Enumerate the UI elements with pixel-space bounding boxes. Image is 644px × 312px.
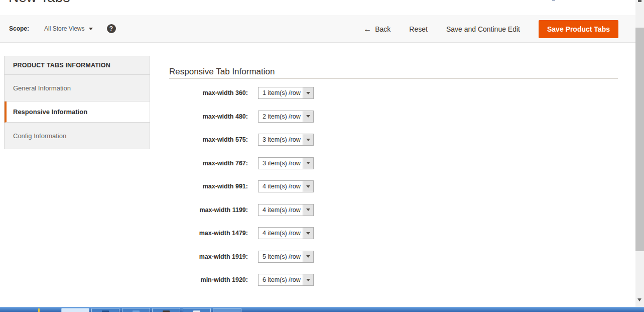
responsive-fields: max-width 360: 1 item(s) /row max-width … (169, 87, 314, 297)
select-value: 4 item(s) /row (259, 181, 303, 192)
field-label: max-width 480: (169, 113, 248, 120)
form-field-row: min-width 1920: 6 item(s) /row (169, 274, 314, 286)
reset-button[interactable]: Reset (409, 25, 428, 33)
form-field-row: max-width 991: 4 item(s) /row (169, 180, 314, 192)
select-value: 2 item(s) /row (259, 111, 303, 122)
items-per-row-select[interactable]: 4 item(s) /row (258, 227, 314, 239)
help-icon[interactable]: ? (107, 24, 116, 33)
select-value: 6 item(s) /row (259, 274, 303, 285)
form-field-row: max-width 480: 2 item(s) /row (169, 111, 314, 123)
select-value: 1 item(s) /row (259, 87, 303, 98)
field-label: max-width 1479: (169, 230, 248, 237)
form-field-row: max-width 1479: 4 item(s) /row (169, 227, 314, 239)
select-value: 4 item(s) /row (259, 228, 303, 239)
field-label: min-width 1920: (169, 276, 248, 283)
taskbar-window-button[interactable] (213, 308, 241, 312)
field-label: max-width 360: (169, 89, 248, 96)
chevron-down-icon[interactable] (303, 274, 313, 285)
items-per-row-select[interactable]: 1 item(s) /row (258, 87, 314, 99)
save-and-continue-button[interactable]: Save and Continue Edit (446, 25, 520, 33)
select-value: 3 item(s) /row (259, 158, 303, 169)
taskbar-window-button[interactable] (183, 308, 211, 312)
form-field-row: max-width 360: 1 item(s) /row (169, 87, 314, 99)
chevron-down-icon[interactable] (303, 158, 313, 169)
sidebar-tab-label: Responsive Information (13, 108, 87, 116)
header-artifact (552, 0, 555, 1)
back-button[interactable]: ← Back (363, 25, 391, 33)
select-value: 3 item(s) /row (259, 134, 303, 145)
save-product-tabs-button[interactable]: Save Product Tabs (539, 20, 618, 38)
chevron-down-icon[interactable] (303, 87, 313, 98)
items-per-row-select[interactable]: 4 item(s) /row (258, 180, 314, 192)
chevron-down-icon[interactable] (303, 251, 313, 262)
scrollbar-thumb[interactable] (635, 28, 644, 251)
items-per-row-select[interactable]: 6 item(s) /row (258, 274, 314, 286)
section-heading: Responsive Tab Information (169, 67, 275, 77)
items-per-row-select[interactable]: 3 item(s) /row (258, 157, 314, 169)
chevron-down-icon[interactable] (303, 134, 313, 145)
section-divider (169, 78, 618, 79)
field-label: max-width 1199: (169, 206, 248, 214)
field-label: max-width 991: (169, 183, 248, 190)
sidebar-tab-label: General Information (13, 84, 71, 92)
items-per-row-select[interactable]: 3 item(s) /row (258, 134, 314, 146)
quick-launch-icon[interactable] (38, 308, 40, 312)
form-field-row: max-width 1919: 5 item(s) /row (169, 251, 314, 263)
chevron-down-icon[interactable] (303, 181, 313, 192)
items-per-row-select[interactable]: 4 item(s) /row (258, 204, 314, 216)
form-field-row: max-width 767: 3 item(s) /row (169, 157, 314, 169)
field-label: max-width 767: (169, 160, 248, 167)
chevron-down-icon[interactable] (303, 228, 313, 239)
items-per-row-select[interactable]: 5 item(s) /row (258, 251, 314, 263)
scope-toolbar: Scope: All Store Views ? ← Back Reset Sa… (0, 15, 635, 43)
scope-value[interactable]: All Store Views (44, 25, 84, 32)
field-label: max-width 1919: (169, 253, 248, 260)
chevron-down-icon[interactable] (303, 111, 313, 122)
page-actions: ← Back Reset Save and Continue Edit Save… (363, 15, 618, 43)
os-taskbar[interactable] (0, 307, 644, 312)
select-value: 5 item(s) /row (259, 251, 303, 262)
scope-label: Scope: (9, 25, 29, 32)
chevron-down-icon[interactable] (303, 204, 313, 216)
sidebar-tab-item[interactable]: Config Information (5, 123, 150, 149)
back-label: Back (375, 25, 391, 33)
taskbar-window-button[interactable] (91, 308, 119, 312)
chevron-down-icon[interactable] (89, 28, 93, 30)
sidebar-tab-item[interactable]: General Information (5, 75, 150, 101)
page-title: New Tabs (9, 0, 70, 5)
scroll-up-arrow-icon[interactable] (638, 0, 641, 2)
select-value: 4 item(s) /row (259, 204, 303, 216)
taskbar-window-button[interactable] (122, 308, 150, 312)
sidebar-header: PRODUCT TABS INFORMATION (5, 56, 150, 75)
scroll-down-arrow-icon[interactable] (637, 298, 641, 301)
form-field-row: max-width 1199: 4 item(s) /row (169, 204, 314, 216)
back-arrow-icon: ← (363, 26, 371, 33)
vertical-scrollbar[interactable] (635, 0, 644, 307)
scope-switcher: Scope: All Store Views ? (9, 24, 116, 33)
sidebar-tab-item[interactable]: Responsive Information (5, 101, 150, 123)
sidebar-tab-label: Config Information (13, 132, 66, 140)
taskbar-window-button[interactable] (152, 308, 180, 312)
taskbar-window-button[interactable] (61, 308, 89, 312)
field-label: max-width 575: (169, 136, 248, 143)
form-field-row: max-width 575: 3 item(s) /row (169, 134, 314, 146)
items-per-row-select[interactable]: 2 item(s) /row (258, 111, 314, 123)
product-tabs-sidebar: PRODUCT TABS INFORMATION General Informa… (4, 56, 150, 149)
